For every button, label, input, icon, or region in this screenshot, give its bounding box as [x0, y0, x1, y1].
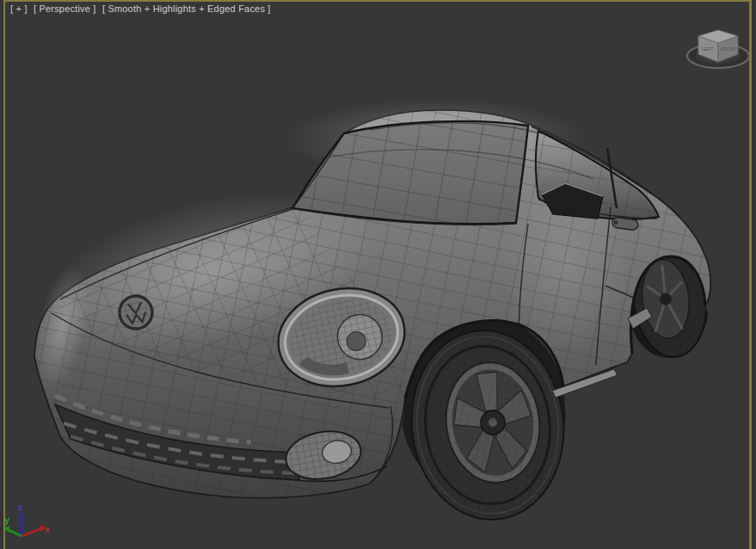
- viewport-general-menu[interactable]: [ + ]: [10, 3, 28, 14]
- beetle-wireframe-model[interactable]: [23, 98, 711, 528]
- viewcube-left-label: LEFT: [702, 46, 714, 52]
- y-axis-label: y: [5, 515, 10, 525]
- x-axis-label: x: [45, 524, 51, 534]
- viewport-canvas[interactable]: LEFT FRONT z x y: [5, 2, 751, 549]
- viewport-shading-menu[interactable]: [ Smooth + Highlights + Edged Faces ]: [102, 3, 271, 14]
- world-axis-tripod: z x y: [5, 502, 51, 536]
- z-axis-label: z: [18, 502, 23, 512]
- viewport-label: [ + ] [ Perspective ] [ Smooth + Highlig…: [10, 3, 274, 14]
- viewcube-right-label: FRONT: [721, 46, 738, 52]
- x-axis: [22, 528, 42, 536]
- application-stage: LEFT FRONT z x y [ + ] [ Perspective ] […: [0, 0, 756, 549]
- viewcube[interactable]: LEFT FRONT: [687, 30, 749, 68]
- viewport-pov-menu[interactable]: [ Perspective ]: [34, 3, 96, 14]
- perspective-viewport[interactable]: LEFT FRONT z x y [ + ] [ Perspective ] […: [3, 0, 752, 549]
